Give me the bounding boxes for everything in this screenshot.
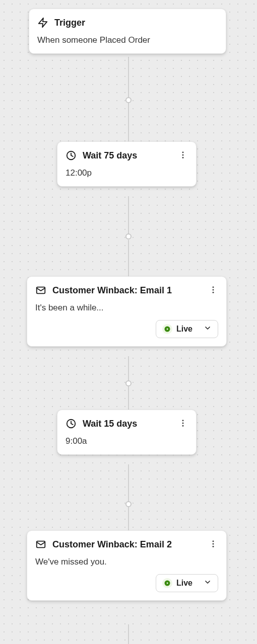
wait-time: 9:00a	[66, 436, 188, 446]
svg-point-5	[213, 289, 214, 291]
connector-node	[125, 233, 132, 239]
connector-line	[128, 57, 129, 97]
envelope-icon	[35, 285, 46, 296]
svg-point-15	[213, 543, 214, 545]
email-subject: It's been a while...	[35, 303, 218, 313]
email-title: Customer Winback: Email 1	[52, 285, 218, 296]
more-menu-button[interactable]	[207, 284, 219, 296]
status-label: Live	[176, 579, 192, 588]
email-card-1[interactable]: Customer Winback: Email 1 It's been a wh…	[27, 276, 227, 347]
clock-icon	[66, 418, 77, 429]
wait-card-2[interactable]: Wait 15 days 9:00a	[57, 410, 197, 455]
wait-card-1[interactable]: Wait 75 days 12:00p	[57, 141, 197, 187]
trigger-description: When someone Placed Order	[37, 35, 218, 45]
svg-point-1	[182, 154, 184, 156]
wait-time: 12:00p	[66, 168, 188, 178]
status-dropdown[interactable]: Live	[156, 574, 218, 592]
svg-point-4	[213, 286, 214, 288]
chevron-down-icon	[204, 578, 212, 588]
envelope-icon	[35, 539, 46, 550]
wait-title: Wait 15 days	[83, 419, 188, 429]
connector-line	[128, 507, 129, 530]
email-title: Customer Winback: Email 2	[52, 539, 218, 550]
connector-node	[125, 97, 132, 103]
svg-point-6	[213, 292, 214, 293]
chevron-down-icon	[204, 324, 212, 334]
svg-point-2	[182, 157, 184, 158]
connector-node	[125, 380, 132, 386]
connector-node	[125, 501, 132, 507]
trigger-title: Trigger	[54, 18, 218, 28]
status-label: Live	[176, 325, 192, 334]
email-subject: We've missed you.	[35, 557, 218, 567]
connector-line	[128, 624, 129, 644]
play-status-icon	[162, 324, 172, 334]
svg-point-16	[213, 546, 214, 547]
svg-point-11	[182, 423, 184, 424]
svg-point-10	[182, 420, 184, 421]
clock-icon	[66, 150, 77, 161]
connector-line	[128, 240, 129, 276]
svg-point-14	[213, 540, 214, 542]
connector-line	[128, 196, 129, 234]
svg-point-0	[182, 151, 184, 153]
play-status-icon	[162, 578, 172, 588]
more-menu-button[interactable]	[177, 149, 189, 161]
connector-line	[128, 356, 129, 381]
status-dropdown[interactable]: Live	[156, 320, 218, 338]
lightning-icon	[37, 17, 48, 28]
more-menu-button[interactable]	[177, 417, 189, 429]
svg-point-12	[182, 425, 184, 427]
more-menu-button[interactable]	[207, 538, 219, 550]
email-card-2[interactable]: Customer Winback: Email 2 We've missed y…	[27, 530, 227, 601]
trigger-card[interactable]: Trigger When someone Placed Order	[29, 9, 226, 54]
connector-line	[128, 386, 129, 410]
connector-line	[128, 103, 129, 141]
connector-line	[128, 464, 129, 502]
wait-title: Wait 75 days	[83, 150, 188, 161]
